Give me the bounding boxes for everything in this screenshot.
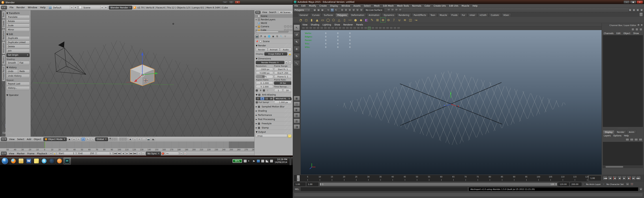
snap-to-grid-icon[interactable]: U [340, 9, 344, 12]
layer-cell[interactable] [113, 139, 114, 141]
properties-tab-object-data[interactable]: ▽ [284, 35, 287, 38]
lock-interface-icon[interactable]: 🔓 [288, 52, 292, 56]
layout-hypershade-persp[interactable]: ▥ [294, 119, 300, 123]
channel-menu-show[interactable]: Show [632, 32, 640, 35]
rotate-manipulator-icon[interactable]: ↻ [86, 138, 90, 141]
snap-to-point-icon[interactable]: U [348, 9, 352, 12]
character-set-dropdown[interactable]: No Character Set [606, 182, 625, 186]
shelf-tool-combine[interactable]: ⊕ [380, 18, 385, 22]
record-button[interactable] [162, 152, 164, 155]
panel-menu-lighting[interactable]: Lighting [321, 24, 332, 26]
timeline-ruler[interactable]: -50-40-30-20-100102030405060708090100110… [0, 148, 254, 151]
add-preset-button[interactable]: + [285, 61, 288, 64]
shelf-tool-poly-cylinder[interactable]: ▮ [309, 18, 314, 22]
duplicate-linked-button[interactable]: Duplicate Linked [6, 41, 30, 44]
maya-menu-file[interactable]: File [293, 4, 300, 8]
channel-menu-edit[interactable]: Edit [615, 32, 622, 35]
panel-menu-panels[interactable]: Panels [354, 24, 365, 26]
add-layout-button[interactable]: + [70, 6, 74, 9]
maya-menu-help[interactable]: Help [471, 4, 479, 8]
tray-expand-icon[interactable]: ▲ [248, 160, 251, 162]
layout-persp-graph[interactable]: ▤ [294, 113, 300, 118]
shelf-tool-mirror-geometry[interactable]: ◫ [408, 18, 413, 22]
viewport-menu-add[interactable]: Add [26, 138, 32, 141]
layer-tab-anim[interactable]: Anim [627, 130, 636, 134]
set-origin-dropdown[interactable]: Set Origin⇕ [6, 53, 30, 57]
maya-menu-muscle[interactable]: Muscle [460, 4, 471, 8]
outliner-item-camera[interactable]: ⊕Camera [254, 25, 293, 28]
outliner-item-world[interactable]: World [254, 21, 293, 25]
channel-manip-icon[interactable] [632, 28, 634, 31]
lasso-select-tool[interactable]: ↺ [294, 32, 300, 38]
outliner-menu-view[interactable]: View [261, 11, 268, 14]
pixel-size-field[interactable]: : 1.000 px [274, 101, 292, 104]
next-keyframe-button[interactable]: ▶▶ [129, 152, 133, 155]
frame-back-button[interactable]: ◁ [138, 152, 141, 155]
layer-cell[interactable] [122, 139, 124, 141]
layout-value[interactable]: Default [52, 6, 70, 9]
script-editor-icon[interactable]: ≡ [639, 187, 642, 191]
layout-single-pane[interactable]: ▦ [294, 96, 300, 101]
action-center-icon[interactable]: ⚑ [252, 160, 256, 162]
shelf-tab-physics[interactable]: Physics [2, 55, 5, 65]
shelf-tab-rendering[interactable]: Rendering [396, 13, 411, 17]
panel-header-render[interactable]: ▼ Render [256, 43, 292, 47]
layer-cell[interactable] [121, 139, 122, 141]
panel-header-output[interactable]: ▼ Output [256, 130, 292, 134]
maya-menu-edit-uvs[interactable]: Edit UVs [448, 4, 460, 8]
frame-forward-button[interactable]: ▷ [142, 152, 145, 155]
properties-tab-render[interactable]: 📷 [255, 35, 259, 38]
maya-menu-select[interactable]: Select [362, 4, 372, 8]
play-reverse-button[interactable]: ◀ [121, 152, 125, 155]
delete-keyframe-icon[interactable]: ✂ [184, 152, 187, 155]
shelf-tool-interactive-cube[interactable]: ◧ [364, 18, 369, 22]
history-button[interactable]: History... [6, 86, 30, 90]
dropbox-icon[interactable] [257, 160, 260, 162]
layer-menu-options[interactable]: Options [612, 134, 622, 137]
layout-persp-uv[interactable]: ◨ [294, 124, 300, 129]
render-engine-dropdown[interactable]: Blender Render⇕ [109, 6, 132, 10]
timeline-band[interactable] [0, 142, 254, 148]
frame-start-field[interactable]: Start Fr: 1 [274, 68, 292, 71]
menu-window[interactable]: Window [26, 5, 38, 10]
layer-tab-display[interactable]: Display [603, 130, 614, 134]
blender-viewport-canvas[interactable]: User Persp (1) Cube [0, 10, 254, 137]
layer-cell[interactable] [116, 138, 118, 139]
samples-11-button[interactable]: 11 [264, 97, 269, 100]
shelf-tab-relations[interactable]: Relations [2, 29, 5, 41]
maya-menu-modify[interactable]: Modify [307, 4, 318, 8]
scale-button[interactable]: Scale [6, 24, 30, 28]
shelf-tab-nhair[interactable]: nHair [468, 13, 477, 17]
jump-to-start-button[interactable]: |◀◀ [113, 152, 117, 155]
stamp-checkbox[interactable] [258, 127, 260, 129]
current-time-field[interactable]: 1.00 [589, 176, 601, 181]
shelf-tab-create[interactable]: Create [2, 19, 5, 29]
render-current-frame-icon[interactable]: 🎬 [391, 9, 394, 12]
shelf-tool-poly-sphere[interactable]: ◔ [298, 18, 303, 22]
end-frame-field[interactable]: End:250 [77, 152, 96, 155]
taskbar-icon-sticky-notes[interactable] [33, 157, 40, 164]
shelf-tool-smooth[interactable]: ≋ [402, 18, 407, 22]
restore-button[interactable]: ▣ [630, 1, 636, 4]
move-layer-up-icon[interactable] [626, 138, 629, 141]
lighting-all-icon[interactable] [372, 27, 374, 30]
close-button[interactable]: ✕ [235, 1, 240, 4]
shelf-tab-deformation[interactable]: Deformation [349, 13, 366, 17]
maya-menu-normals[interactable]: Normals [410, 4, 423, 8]
open-render-view-icon[interactable]: 🎬 [387, 9, 390, 12]
layer-cell[interactable] [114, 139, 116, 141]
shelf-tool-poly-torus[interactable]: ◯ [326, 18, 330, 22]
panel-menu-renderer[interactable]: Renderer [342, 24, 355, 26]
outliner-item-renderlayers[interactable]: ⊕RenderLayers [254, 18, 293, 21]
border-checkbox[interactable] [256, 89, 258, 91]
chevron-down-icon[interactable]: ▽ [603, 183, 604, 185]
attribute-editor-icon[interactable]: ▥ [628, 9, 632, 12]
shelf-tab-surfaces[interactable]: Surfaces [322, 13, 335, 17]
shelf-tool-curve-warp[interactable]: ↝ [414, 18, 418, 22]
layer-cell[interactable] [110, 138, 111, 139]
layer-cell[interactable] [119, 139, 120, 141]
anti-aliasing-checkbox[interactable]: ✓ [258, 94, 260, 96]
rotate-tool[interactable]: ↻ [294, 53, 300, 59]
panel-header-operator[interactable]: ▼ Operator [6, 93, 30, 97]
play-button[interactable]: ▶ [125, 152, 129, 155]
